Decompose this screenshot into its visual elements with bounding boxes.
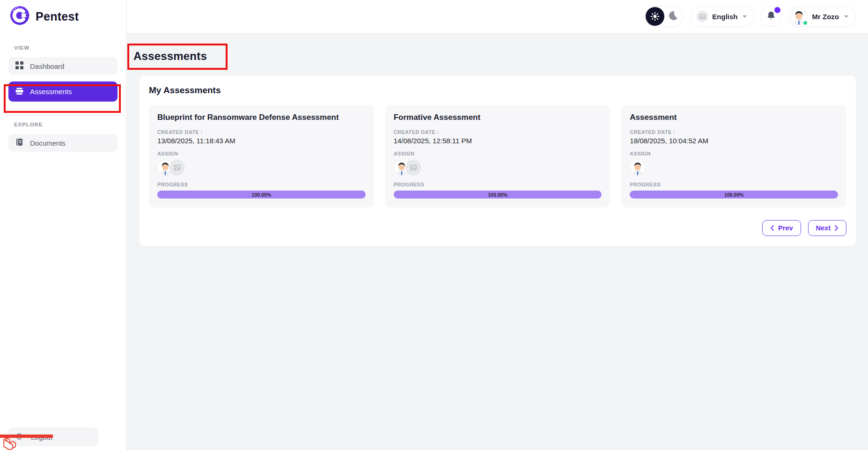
created-date-label: CREATED DATE : — [630, 129, 838, 135]
created-date-label: CREATED DATE : — [394, 129, 602, 135]
assessment-card[interactable]: Assessment CREATED DATE : 18/08/2025, 10… — [621, 105, 846, 207]
assignee-avatar-placeholder — [169, 160, 185, 176]
prev-label: Prev — [778, 224, 793, 232]
my-assessments-panel: My Assessments Blueprint for Ransomware … — [140, 76, 856, 246]
theme-toggle[interactable] — [644, 6, 684, 27]
progress-label: PROGRESS — [157, 182, 366, 187]
page-title: Assessments — [133, 50, 207, 63]
progress-bar: 100.00% — [157, 191, 366, 199]
progress-bar: 100.00% — [630, 191, 838, 199]
assessment-cards: Blueprint for Ransomware Defense Assessm… — [149, 105, 846, 207]
laravel-icon — [3, 437, 18, 450]
sidebar-item-label: Documents — [30, 139, 66, 147]
user-name: Mr Zozo — [812, 13, 839, 21]
top-header: English Mr Zozo — [127, 0, 868, 33]
notifications-button[interactable] — [760, 6, 782, 27]
card-title: Blueprint for Ransomware Defense Assessm… — [157, 113, 366, 122]
sidebar-item-dashboard[interactable]: Dashboard — [8, 57, 118, 75]
brand-logo[interactable]: Pentest — [0, 0, 126, 33]
language-selector[interactable]: English — [690, 6, 754, 27]
moon-icon[interactable] — [668, 10, 679, 23]
progress-label: PROGRESS — [630, 182, 838, 187]
progress-value: 100.00% — [488, 192, 507, 198]
assignee-avatars — [630, 160, 838, 176]
sidebar-divider — [0, 116, 126, 116]
book-icon — [15, 138, 23, 148]
sidebar-item-assessments[interactable]: Assessments — [8, 81, 118, 102]
brand-name: Pentest — [36, 10, 79, 23]
assignee-avatar-placeholder — [405, 160, 421, 176]
sidebar-section-view: VIEW — [14, 45, 126, 51]
progress-value: 100.00% — [724, 192, 743, 198]
sidebar-item-documents[interactable]: Documents — [8, 134, 118, 152]
pentest-logo-icon — [9, 5, 31, 28]
user-menu[interactable]: Mr Zozo — [788, 6, 856, 27]
assessment-card[interactable]: Formative Assessment CREATED DATE : 14/0… — [385, 105, 611, 207]
assignee-avatars — [157, 160, 366, 176]
card-title: Assessment — [630, 113, 838, 122]
grid-icon — [15, 61, 23, 71]
next-button[interactable]: Next — [808, 220, 846, 236]
sun-icon[interactable] — [646, 7, 664, 26]
prev-button[interactable]: Prev — [762, 220, 801, 236]
stack-icon — [15, 87, 23, 96]
created-date-label: CREATED DATE : — [157, 129, 366, 135]
assign-label: ASSIGN — [630, 151, 838, 156]
progress-bar: 100.00% — [394, 191, 602, 199]
assessment-card[interactable]: Blueprint for Ransomware Defense Assessm… — [149, 105, 374, 207]
chevron-down-icon — [844, 14, 849, 19]
sidebar-section-explore: EXPLORE — [14, 122, 126, 127]
chevron-left-icon — [770, 225, 774, 231]
online-status-dot — [802, 20, 808, 26]
sidebar: Pentest VIEW Dashboard Assessments EXPLO… — [0, 0, 126, 450]
annotation-box-title: Assessments — [127, 44, 228, 70]
assign-label: ASSIGN — [394, 151, 602, 156]
sidebar-item-label: Assessments — [30, 88, 72, 96]
assignee-avatars — [394, 160, 602, 176]
next-label: Next — [816, 224, 831, 232]
progress-value: 100.00% — [252, 192, 271, 198]
panel-title: My Assessments — [149, 85, 846, 96]
created-date-value: 18/08/2025, 10:04:52 AM — [630, 137, 838, 145]
sidebar-item-label: Dashboard — [30, 62, 64, 70]
pagination: Prev Next — [149, 220, 846, 236]
created-date-value: 13/08/2025, 11:18:43 AM — [157, 137, 366, 145]
chevron-right-icon — [835, 225, 839, 231]
notification-badge — [774, 7, 780, 13]
user-avatar — [790, 8, 808, 25]
language-label: English — [712, 13, 737, 21]
bell-icon — [766, 10, 776, 22]
main-content: Assessments My Assessments Blueprint for… — [126, 33, 868, 246]
assign-label: ASSIGN — [157, 151, 366, 156]
chevron-down-icon — [742, 14, 747, 19]
progress-label: PROGRESS — [394, 182, 602, 187]
flag-placeholder-icon — [697, 11, 708, 22]
created-date-value: 14/08/2025, 12:58:11 PM — [394, 137, 602, 145]
assignee-avatar — [630, 160, 646, 176]
card-title: Formative Assessment — [394, 113, 602, 122]
